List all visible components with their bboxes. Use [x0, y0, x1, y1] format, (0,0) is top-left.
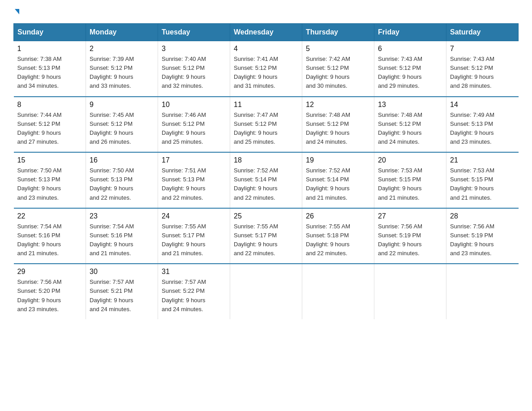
column-header-wednesday: Wednesday: [230, 24, 302, 41]
day-info: Sunrise: 7:49 AMSunset: 5:13 PMDaylight:…: [450, 111, 494, 145]
calendar-week-row: 29 Sunrise: 7:56 AMSunset: 5:20 PMDaylig…: [14, 264, 519, 319]
calendar-cell: 2 Sunrise: 7:39 AMSunset: 5:12 PMDayligh…: [86, 41, 158, 97]
page-header: [13, 9, 519, 14]
calendar-cell: 31 Sunrise: 7:57 AMSunset: 5:22 PMDaylig…: [158, 264, 230, 319]
calendar-cell: 18 Sunrise: 7:52 AMSunset: 5:14 PMDaylig…: [230, 152, 302, 208]
day-number: 27: [378, 212, 442, 220]
day-number: 3: [162, 45, 226, 53]
logo: [13, 9, 19, 14]
day-number: 31: [162, 268, 226, 276]
calendar-week-row: 1 Sunrise: 7:38 AMSunset: 5:13 PMDayligh…: [14, 41, 519, 97]
day-info: Sunrise: 7:41 AMSunset: 5:12 PMDaylight:…: [234, 56, 278, 89]
calendar-cell: 27 Sunrise: 7:56 AMSunset: 5:19 PMDaylig…: [374, 208, 446, 264]
calendar-cell: 24 Sunrise: 7:55 AMSunset: 5:17 PMDaylig…: [158, 208, 230, 264]
calendar-cell: 4 Sunrise: 7:41 AMSunset: 5:12 PMDayligh…: [230, 41, 302, 97]
day-info: Sunrise: 7:50 AMSunset: 5:13 PMDaylight:…: [17, 167, 62, 201]
calendar-cell: 30 Sunrise: 7:57 AMSunset: 5:21 PMDaylig…: [86, 264, 158, 319]
day-info: Sunrise: 7:43 AMSunset: 5:12 PMDaylight:…: [450, 56, 494, 89]
day-number: 7: [450, 45, 515, 53]
day-info: Sunrise: 7:52 AMSunset: 5:14 PMDaylight:…: [234, 167, 278, 201]
day-number: 23: [90, 212, 154, 220]
day-number: 24: [162, 212, 226, 220]
day-info: Sunrise: 7:53 AMSunset: 5:15 PMDaylight:…: [378, 167, 422, 201]
calendar-cell: 9 Sunrise: 7:45 AMSunset: 5:12 PMDayligh…: [86, 97, 158, 153]
day-number: 17: [162, 156, 226, 164]
calendar-cell: 23 Sunrise: 7:54 AMSunset: 5:16 PMDaylig…: [86, 208, 158, 264]
day-info: Sunrise: 7:38 AMSunset: 5:13 PMDaylight:…: [17, 56, 62, 89]
day-number: 2: [90, 45, 154, 53]
day-info: Sunrise: 7:56 AMSunset: 5:19 PMDaylight:…: [450, 223, 494, 257]
calendar-cell: 11 Sunrise: 7:47 AMSunset: 5:12 PMDaylig…: [230, 97, 302, 153]
day-info: Sunrise: 7:45 AMSunset: 5:12 PMDaylight:…: [90, 111, 134, 145]
day-number: 4: [234, 45, 298, 53]
calendar-header-row: SundayMondayTuesdayWednesdayThursdayFrid…: [14, 24, 519, 41]
day-number: 15: [17, 156, 82, 164]
column-header-thursday: Thursday: [302, 24, 374, 41]
day-number: 30: [90, 268, 154, 276]
calendar-cell: 6 Sunrise: 7:43 AMSunset: 5:12 PMDayligh…: [374, 41, 446, 97]
calendar-cell: [446, 264, 519, 319]
day-info: Sunrise: 7:46 AMSunset: 5:12 PMDaylight:…: [162, 111, 206, 145]
calendar-cell: 25 Sunrise: 7:55 AMSunset: 5:17 PMDaylig…: [230, 208, 302, 264]
day-info: Sunrise: 7:55 AMSunset: 5:17 PMDaylight:…: [162, 223, 206, 257]
day-number: 18: [234, 156, 298, 164]
day-info: Sunrise: 7:55 AMSunset: 5:17 PMDaylight:…: [234, 223, 278, 257]
calendar-cell: 26 Sunrise: 7:55 AMSunset: 5:18 PMDaylig…: [302, 208, 374, 264]
calendar-cell: 8 Sunrise: 7:44 AMSunset: 5:12 PMDayligh…: [14, 97, 86, 153]
day-number: 1: [17, 45, 82, 53]
column-header-tuesday: Tuesday: [158, 24, 230, 41]
calendar-cell: 14 Sunrise: 7:49 AMSunset: 5:13 PMDaylig…: [446, 97, 519, 153]
calendar-cell: [374, 264, 446, 319]
day-info: Sunrise: 7:48 AMSunset: 5:12 PMDaylight:…: [378, 111, 422, 145]
calendar-cell: 15 Sunrise: 7:50 AMSunset: 5:13 PMDaylig…: [14, 152, 86, 208]
calendar-cell: 12 Sunrise: 7:48 AMSunset: 5:12 PMDaylig…: [302, 97, 374, 153]
day-number: 25: [234, 212, 298, 220]
calendar-table: SundayMondayTuesdayWednesdayThursdayFrid…: [13, 23, 519, 319]
column-header-sunday: Sunday: [14, 24, 86, 41]
calendar-cell: 22 Sunrise: 7:54 AMSunset: 5:16 PMDaylig…: [14, 208, 86, 264]
day-info: Sunrise: 7:44 AMSunset: 5:12 PMDaylight:…: [17, 111, 62, 145]
day-info: Sunrise: 7:56 AMSunset: 5:20 PMDaylight:…: [17, 278, 62, 312]
day-info: Sunrise: 7:55 AMSunset: 5:18 PMDaylight:…: [306, 223, 350, 257]
day-info: Sunrise: 7:43 AMSunset: 5:12 PMDaylight:…: [378, 56, 422, 89]
calendar-cell: 3 Sunrise: 7:40 AMSunset: 5:12 PMDayligh…: [158, 41, 230, 97]
calendar-cell: 29 Sunrise: 7:56 AMSunset: 5:20 PMDaylig…: [14, 264, 86, 319]
day-info: Sunrise: 7:42 AMSunset: 5:12 PMDaylight:…: [306, 56, 350, 89]
column-header-saturday: Saturday: [446, 24, 519, 41]
calendar-cell: 28 Sunrise: 7:56 AMSunset: 5:19 PMDaylig…: [446, 208, 519, 264]
day-number: 11: [234, 101, 298, 109]
day-info: Sunrise: 7:54 AMSunset: 5:16 PMDaylight:…: [17, 223, 62, 257]
day-number: 10: [162, 101, 226, 109]
day-number: 28: [450, 212, 515, 220]
day-info: Sunrise: 7:57 AMSunset: 5:22 PMDaylight:…: [162, 278, 206, 312]
day-info: Sunrise: 7:53 AMSunset: 5:15 PMDaylight:…: [450, 167, 494, 201]
day-number: 5: [306, 45, 370, 53]
day-number: 26: [306, 212, 370, 220]
calendar-week-row: 15 Sunrise: 7:50 AMSunset: 5:13 PMDaylig…: [14, 152, 519, 208]
calendar-cell: 1 Sunrise: 7:38 AMSunset: 5:13 PMDayligh…: [14, 41, 86, 97]
calendar-cell: 7 Sunrise: 7:43 AMSunset: 5:12 PMDayligh…: [446, 41, 519, 97]
day-number: 8: [17, 101, 82, 109]
day-info: Sunrise: 7:39 AMSunset: 5:12 PMDaylight:…: [90, 56, 134, 89]
calendar-cell: 21 Sunrise: 7:53 AMSunset: 5:15 PMDaylig…: [446, 152, 519, 208]
day-number: 6: [378, 45, 442, 53]
day-number: 14: [450, 101, 515, 109]
column-header-friday: Friday: [374, 24, 446, 41]
calendar-week-row: 22 Sunrise: 7:54 AMSunset: 5:16 PMDaylig…: [14, 208, 519, 264]
day-number: 22: [17, 212, 82, 220]
day-info: Sunrise: 7:52 AMSunset: 5:14 PMDaylight:…: [306, 167, 350, 201]
calendar-cell: 5 Sunrise: 7:42 AMSunset: 5:12 PMDayligh…: [302, 41, 374, 97]
calendar-cell: 19 Sunrise: 7:52 AMSunset: 5:14 PMDaylig…: [302, 152, 374, 208]
day-number: 19: [306, 156, 370, 164]
day-info: Sunrise: 7:48 AMSunset: 5:12 PMDaylight:…: [306, 111, 350, 145]
day-info: Sunrise: 7:51 AMSunset: 5:13 PMDaylight:…: [162, 167, 206, 201]
calendar-cell: 20 Sunrise: 7:53 AMSunset: 5:15 PMDaylig…: [374, 152, 446, 208]
day-number: 21: [450, 156, 515, 164]
day-number: 12: [306, 101, 370, 109]
day-info: Sunrise: 7:50 AMSunset: 5:13 PMDaylight:…: [90, 167, 134, 201]
day-info: Sunrise: 7:47 AMSunset: 5:12 PMDaylight:…: [234, 111, 278, 145]
calendar-week-row: 8 Sunrise: 7:44 AMSunset: 5:12 PMDayligh…: [14, 97, 519, 153]
calendar-cell: [302, 264, 374, 319]
day-info: Sunrise: 7:54 AMSunset: 5:16 PMDaylight:…: [90, 223, 134, 257]
day-number: 13: [378, 101, 442, 109]
